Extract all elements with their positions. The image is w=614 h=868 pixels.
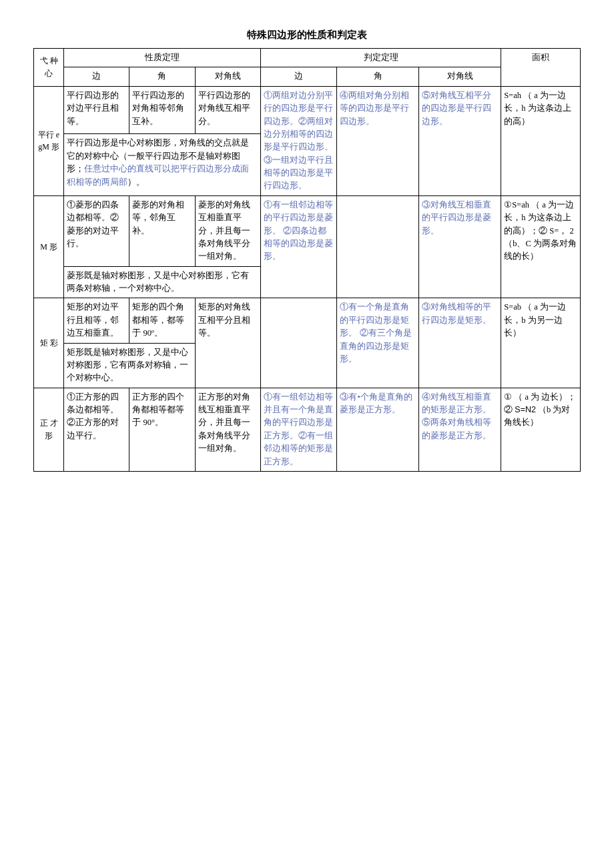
row-rhombus-1: M 形 ①菱形的四条边都相等。②菱形的对边平行。 菱形的对角相等，邻角互补。 菱… (34, 195, 581, 266)
lx-j-jiao (337, 195, 419, 298)
hdr-p-djx: 对角线 (195, 67, 260, 86)
jx-j-jiao: ①有一个角是直角的平行四边形是矩形。 ②有三个角是直角的四边形是矩形。 (337, 298, 419, 388)
jx-j-bian (260, 298, 337, 388)
lx-j-djx: ③对角线互相垂直的平行四边形是菱形。 (419, 195, 501, 298)
hdr-j-djx: 对角线 (419, 67, 501, 86)
lx-symm: 菱形既是轴对称图形，又是中心对称图形，它有两条对称轴，一个对称中心。 (64, 266, 261, 298)
zf-p-djx: 正方形的对角线互相垂直平分，并且每一条对角线平分一组对角。 (195, 388, 260, 471)
px-area: S=ah （ a 为一边长，h 为这条边上的高） (501, 86, 581, 195)
lx-area: ①S=ah （ a 为一边长，h 为这条边上的高）；② S=， 2 （b、C 为… (501, 195, 581, 298)
hdr-j-bian: 边 (260, 67, 337, 86)
row-parallelogram-1: 平行 egM 形 平行四边形的对边平行且相等。 平行四边形的对角相等邻角互补。 … (34, 86, 581, 134)
jx-p-jiao: 矩形的四个角都相等，都等于 90º。 (129, 298, 195, 343)
header-row-1: 弋 种心 性质定理 判定定理 面积 (34, 49, 581, 67)
jx-p-bian: 矩形的对边平行且相等，邻边互相垂直。 (64, 298, 129, 343)
px-symm-b: 任意过中心的直线可以把平行四边形分成面积相等的两局部 (67, 164, 249, 186)
header-row-2: 边 角 对角线 边 角 对角线 (34, 67, 581, 86)
row-lx-name: M 形 (34, 195, 64, 298)
row-jx-name: 矩 彩 (34, 298, 64, 388)
jx-symm: 矩形既是轴对称图形，又是中心对称图形，它有两条对称轴，一个对称中心。 (64, 343, 196, 388)
row-zf-name: 正 才 形 (34, 388, 64, 471)
px-j-jiao: ④两组对角分别相等的四边形是平行四边形。 (337, 86, 419, 195)
row-square: 正 才 形 ①正方形的四条边都相等。②正方形的对边平行。 正方形的四个角都相等都… (34, 388, 581, 471)
zf-j-djx: ④对角线互相垂直的矩形是正方形。⑤两条对角线相等的菱形是正方形。 (419, 388, 501, 471)
px-j-bian: ①两组对边分别平行的四边形是平行四边形。②两组对边分别相等的四边形是平行四边形。… (260, 86, 337, 195)
px-j-djx: ⑤对角线互相平分的四边形是平行四边形。 (419, 86, 501, 195)
jx-area: S=ab （ a 为一边长，b 为另一边长） (501, 298, 581, 388)
page-title: 特殊四边形的性质和判定表 (33, 27, 581, 43)
hdr-p-jiao: 角 (129, 67, 195, 86)
px-p-djx: 平行四边形的对角线互相平分。 (195, 86, 260, 134)
hdr-area: 面积 (501, 49, 581, 87)
row-px-name: 平行 egM 形 (34, 86, 64, 195)
zf-j-jiao: ③有•个角是直角的菱形是正方形。 (337, 388, 419, 471)
zf-area-b: S=N2 (515, 405, 536, 414)
jx-p-djx: 矩形的对角线互相平分且相等。 (195, 298, 260, 388)
lx-j-bian: ①有一组邻边相等的平行四边形是菱形。 ②四条边都相等的四边形是菱形。 (260, 195, 337, 298)
lx-p-bian: ①菱形的四条边都相等。②菱形的对边平行。 (64, 195, 129, 266)
zf-p-bian: ①正方形的四条边都相等。②正方形的对边平行。 (64, 388, 129, 471)
hdr-props: 性质定理 (64, 49, 261, 67)
row-rectangle-1: 矩 彩 矩形的对边平行且相等，邻边互相垂直。 矩形的四个角都相等，都等于 90º… (34, 298, 581, 343)
hdr-p-bian: 边 (64, 67, 129, 86)
hdr-kind: 弋 种心 (34, 49, 64, 87)
lx-p-jiao: 菱形的对角相等，邻角互补。 (129, 195, 195, 266)
px-symm-c: ）。 (127, 177, 145, 187)
hdr-criteria: 判定定理 (260, 49, 501, 67)
hdr-j-jiao: 角 (337, 67, 419, 86)
zf-p-jiao: 正方形的四个角都相等都等于 90°。 (129, 388, 195, 471)
jx-j-djx: ③对角线相等的平行四边形是矩形。 (419, 298, 501, 388)
zf-j-bian: ①有一组邻边相等并且有一个角是直角的平行四边形是正方形。②有一组邻边相等的矩形是… (260, 388, 337, 471)
px-p-jiao: 平行四边形的对角相等邻角互补。 (129, 86, 195, 134)
quad-table: 弋 种心 性质定理 判定定理 面积 边 角 对角线 边 角 对角线 平行 egM… (33, 48, 581, 472)
zf-area: ① （ a 为 边长）； ② S=N2 （b 为对角线长） (501, 388, 581, 471)
px-symm: 平行四边形是中心对称图形，对角线的交点就是它的对称中心（一般平行四边形不是轴对称… (64, 134, 261, 195)
lx-p-djx: 菱形的对角线互相垂直平分，并且每一条对角线平分一组对角。 (195, 195, 260, 266)
px-p-bian: 平行四边形的对边平行且相等。 (64, 86, 129, 134)
